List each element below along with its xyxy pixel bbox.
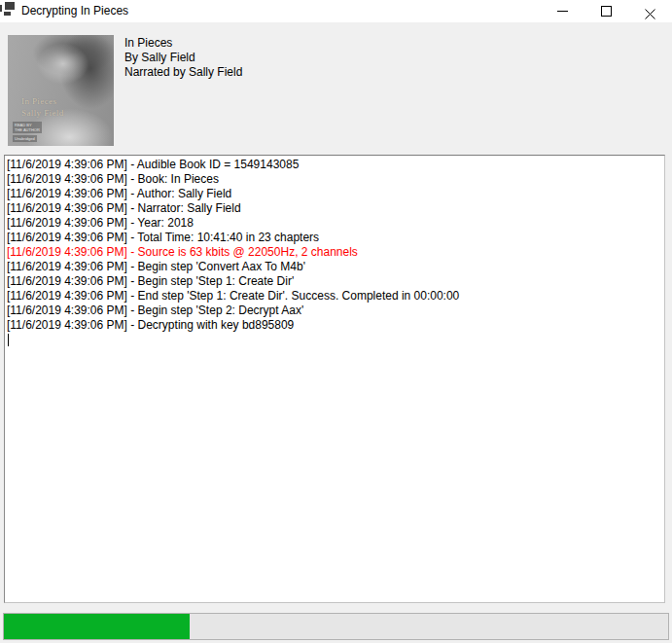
log-line: [11/6/2019 4:39:06 PM] - Year: 2018: [7, 216, 662, 231]
log-line: [11/6/2019 4:39:06 PM] - Book: In Pieces: [7, 172, 662, 187]
book-author: By Sally Field: [124, 51, 242, 65]
minimize-icon: [557, 11, 568, 12]
window-title: Decrypting In Pieces: [21, 4, 128, 18]
maximize-icon: [601, 6, 612, 17]
log-line: [11/6/2019 4:39:06 PM] - Total Time: 10:…: [7, 231, 662, 245]
log-line: [11/6/2019 4:39:06 PM] - Author: Sally F…: [7, 187, 662, 201]
close-button[interactable]: [628, 0, 672, 22]
cover-title-text: In Pieces Sally Field: [21, 95, 64, 119]
log-line: [11/6/2019 4:39:06 PM] - Begin step 'Ste…: [7, 274, 662, 289]
log-output[interactable]: [11/6/2019 4:39:06 PM] - Audible Book ID…: [4, 155, 665, 603]
text-caret: [8, 334, 9, 346]
cover-edition-text: Unabridged: [13, 135, 37, 142]
book-title: In Pieces: [124, 36, 242, 51]
log-line: [11/6/2019 4:39:06 PM] - Narrator: Sally…: [7, 201, 662, 216]
log-line: [11/6/2019 4:39:06 PM] - Source is 63 kb…: [7, 245, 662, 260]
cover-readby-text: READ BY THE AUTHOR: [13, 122, 42, 133]
app-icon: [0, 2, 16, 19]
caption-buttons: [541, 0, 672, 22]
progress-bar-fill: [4, 614, 190, 639]
log-line: [11/6/2019 4:39:06 PM] - Decrypting with…: [7, 318, 662, 333]
log-line: [11/6/2019 4:39:06 PM] - Begin step 'Con…: [7, 260, 662, 274]
minimize-button[interactable]: [541, 0, 584, 22]
book-info: In Pieces By Sally Field Narrated by Sal…: [124, 36, 242, 80]
book-narrator: Narrated by Sally Field: [124, 65, 242, 80]
app-window: Decrypting In Pieces In Pieces Sally: [0, 0, 672, 643]
log-line: [11/6/2019 4:39:06 PM] - Audible Book ID…: [7, 158, 662, 172]
maximize-button[interactable]: [584, 0, 628, 22]
log-line: [11/6/2019 4:39:06 PM] - End step 'Step …: [7, 289, 662, 304]
title-bar: Decrypting In Pieces: [0, 0, 672, 22]
close-icon: [645, 6, 655, 23]
book-cover-image: In Pieces Sally Field READ BY THE AUTHOR…: [8, 35, 114, 146]
log-line: [11/6/2019 4:39:06 PM] - Begin step 'Ste…: [7, 304, 662, 318]
progress-bar: [3, 613, 669, 640]
